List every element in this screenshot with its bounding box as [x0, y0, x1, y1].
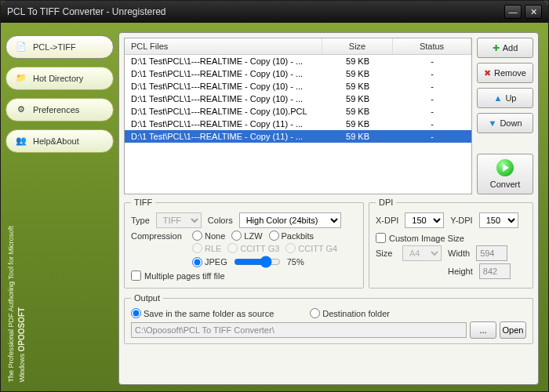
dpi-group: DPI X-DPI 150 Y-DPI 150 Custom Image Siz… [369, 198, 533, 289]
tiff-group: TIFF Type TIFF Colors High Color (24bits… [124, 198, 364, 289]
up-button[interactable]: ▲Up [477, 88, 533, 108]
type-select[interactable]: TIFF [156, 212, 202, 228]
sidebar-item-preferences[interactable]: ⚙Preferences [5, 98, 114, 122]
play-icon [496, 159, 514, 176]
table-row[interactable]: D:\1 Test\PCL\1---REALTIME - Copy (10) -… [125, 55, 471, 67]
add-button[interactable]: ✚Add [477, 38, 533, 58]
colors-select[interactable]: High Color (24bits) [239, 212, 341, 228]
folder-icon: 📁 [14, 71, 28, 85]
open-button[interactable]: Open [500, 321, 526, 339]
close-button[interactable]: ✕ [525, 5, 542, 19]
output-path-input [131, 322, 467, 338]
up-arrow-icon: ▲ [494, 93, 503, 103]
table-row[interactable]: D:\1 Test\PCL\1---REALTIME - Copy (10) -… [125, 93, 471, 105]
down-arrow-icon: ▼ [488, 118, 496, 128]
down-button[interactable]: ▼Down [477, 113, 533, 133]
file-list[interactable]: PCL Files Size Status D:\1 Test\PCL\1---… [124, 38, 472, 194]
window-title: PCL To TIFF Converter - Unregistered [7, 6, 166, 17]
height-input [479, 263, 511, 279]
pcl-icon: 📄 [14, 40, 28, 54]
ydpi-select[interactable]: 150 [479, 212, 518, 228]
sidebar-item-hot-directory[interactable]: 📁Hot Directory [5, 67, 114, 90]
comp-none-radio[interactable] [192, 230, 202, 241]
width-input [476, 245, 507, 261]
sidebar-item-pcl-tiff[interactable]: 📄PCL->TIFF [5, 35, 114, 59]
sidebar: 📄PCL->TIFF 📁Hot Directory ⚙Preferences 👥… [1, 23, 118, 391]
comp-packbits-radio[interactable] [269, 230, 279, 241]
gear-icon: ⚙ [14, 103, 28, 117]
main-panel: PCL Files Size Status D:\1 Test\PCL\1---… [118, 32, 539, 385]
output-group: Output Save in the same folder as source… [124, 293, 533, 344]
comp-g3-radio [227, 243, 238, 253]
comp-jpeg-radio[interactable] [192, 257, 202, 267]
table-row[interactable]: D:\1 Test\PCL\1---REALTIME - Copy (10) -… [125, 80, 471, 93]
save-same-folder-radio[interactable] [131, 308, 141, 318]
jpeg-quality-slider[interactable] [234, 256, 281, 268]
page-size-select[interactable]: A4 [402, 245, 442, 261]
sidebar-item-help-about[interactable]: 👥Help&About [5, 129, 114, 153]
comp-lzw-radio[interactable] [231, 230, 242, 241]
remove-button[interactable]: ✖Remove [477, 63, 533, 83]
plus-icon: ✚ [493, 43, 500, 53]
list-header: PCL Files Size Status [125, 38, 471, 55]
convert-button[interactable]: Convert [477, 154, 533, 194]
xdpi-select[interactable]: 150 [405, 212, 444, 228]
app-window: PCL To TIFF Converter - Unregistered — ✕… [0, 0, 549, 392]
table-row[interactable]: D:\1 Test\PCL\1---REALTIME - Copy (11) -… [125, 130, 471, 143]
comp-rle-radio [192, 243, 202, 253]
custom-size-checkbox[interactable] [376, 233, 386, 243]
destination-folder-radio[interactable] [310, 308, 320, 318]
brand-text: The Professional PDF Authoring Tool for … [5, 161, 28, 387]
table-row[interactable]: D:\1 Test\PCL\1---REALTIME - Copy (11) -… [125, 118, 471, 130]
help-icon: 👥 [14, 134, 28, 148]
minimize-button[interactable]: — [504, 5, 522, 19]
table-row[interactable]: D:\1 Test\PCL\1---REALTIME - Copy (10).P… [125, 105, 471, 118]
browse-button[interactable]: ... [470, 321, 496, 339]
table-row[interactable]: D:\1 Test\PCL\1---REALTIME - Copy (10) -… [125, 67, 471, 80]
multi-page-checkbox[interactable] [131, 270, 141, 281]
titlebar: PCL To TIFF Converter - Unregistered — ✕ [1, 1, 548, 23]
x-icon: ✖ [484, 68, 491, 78]
comp-g4-radio [285, 243, 296, 253]
